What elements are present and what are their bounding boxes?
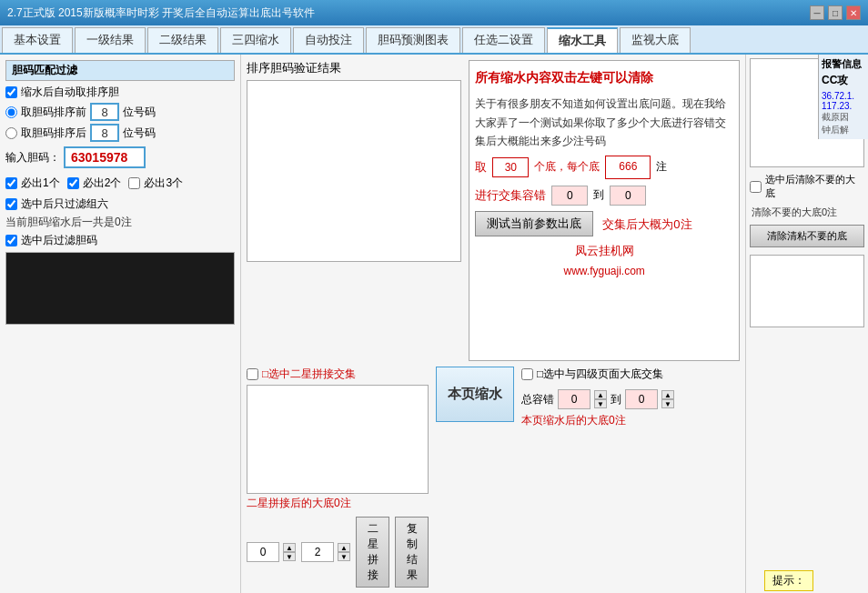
spin-up-2[interactable]: ▲: [338, 543, 350, 552]
total-error-from-up[interactable]: ▲: [594, 390, 607, 399]
result-title: 排序胆码验证结果: [247, 60, 461, 76]
bottom-right-row: 总容错 ▲ ▼ 到 ▲ ▼: [521, 389, 674, 409]
select-two-star-check[interactable]: [247, 368, 258, 380]
select-cross-check[interactable]: [521, 368, 533, 380]
total-error-to-up[interactable]: ▲: [661, 390, 674, 399]
danma-input[interactable]: [64, 146, 146, 168]
section-title: 胆码匹配过滤: [5, 60, 235, 81]
clear-unwanted-check[interactable]: [750, 181, 762, 193]
splice-button[interactable]: 二星拼接: [356, 517, 389, 588]
report-link2[interactable]: 117.23.: [822, 101, 865, 111]
exchange-from-input[interactable]: [551, 186, 588, 206]
total-error-from-arrows: ▲ ▼: [594, 390, 607, 408]
minimize-button[interactable]: ─: [810, 5, 824, 20]
result-area: 排序胆码验证结果: [247, 60, 461, 361]
window-controls[interactable]: ─ □ ✕: [810, 5, 861, 20]
info-box-title: 所有缩水内容双击左键可以清除: [475, 66, 733, 89]
info-box-body: 关于有很多朋友不知道如何设置出底问题。现在我给大家弄了一个测试如果你取了多少个大…: [475, 95, 733, 150]
right-options: □选中与四级页面大底交集 总容错 ▲ ▼ 到 ▲ ▼ 本页缩水: [521, 367, 674, 428]
filter-danma-check[interactable]: [5, 235, 17, 246]
spliced-info: 二星拼接后的大底0注: [247, 496, 429, 511]
must-out-2-label: 必出2个: [83, 176, 122, 191]
total-error-to-text: 到: [611, 392, 621, 407]
tab-shrink-tool[interactable]: 缩水工具: [547, 27, 618, 53]
report-title: 报警信息: [822, 57, 865, 71]
result-box[interactable]: [247, 80, 461, 262]
must-out-1-label: 必出1个: [21, 176, 60, 191]
before-num-input[interactable]: [90, 103, 119, 121]
middle-panel: 排序胆码验证结果 所有缩水内容双击左键可以清除 关于有很多朋友不知道如何设置出底…: [241, 55, 745, 593]
select-two-star-label: □选中二星拼接交集: [262, 367, 356, 382]
tab-level34-shrink[interactable]: 三四缩水: [220, 27, 291, 53]
close-button[interactable]: ✕: [846, 5, 861, 20]
take-input[interactable]: [492, 157, 529, 177]
radio-after-row: 取胆码排序后 位号码: [5, 124, 235, 142]
filter-danma-label: 选中后过滤胆码: [21, 233, 97, 248]
title-text: 2.7正式版 2015新版概率时时彩 开奖后全自动运算出底出号软件: [7, 5, 315, 21]
spin-input-1[interactable]: [247, 542, 279, 562]
info-box: 所有缩水内容双击左键可以清除 关于有很多朋友不知道如何设置出底问题。现在我给大家…: [469, 60, 740, 361]
must-out-2-check[interactable]: [67, 177, 79, 189]
report-desc1: 截原因: [822, 111, 865, 124]
test-button[interactable]: 测试当前参数出底: [475, 211, 593, 236]
right-sidebar-scroll-bottom[interactable]: [750, 255, 864, 327]
exchange-result: 交集后大概为0注: [602, 214, 691, 235]
clear-unwanted-button[interactable]: 清除清粘不要的底: [750, 225, 864, 247]
spin-row-1: ▲ ▼: [247, 542, 296, 562]
tip-bar: 提示：: [764, 570, 813, 591]
must-out-2-row: 必出2个: [67, 176, 122, 191]
tab-level2-result[interactable]: 二级结果: [147, 27, 218, 53]
select-two-star-title-row: □选中二星拼接交集: [247, 367, 429, 382]
maximize-button[interactable]: □: [828, 5, 843, 20]
clear-info: 清除不要的大底0注: [752, 206, 864, 219]
main-content: 胆码匹配过滤 缩水后自动取排序胆 取胆码排序前 位号码 取胆码排序后 位号码 输…: [0, 55, 868, 593]
before-unit-label: 位号码: [123, 105, 156, 120]
bottom-right-info: 本页缩水后的大底0注: [521, 413, 674, 428]
tab-danma-chart[interactable]: 胆码预测图表: [366, 27, 460, 53]
take-label: 取: [475, 156, 487, 177]
radio-after-label: 取胆码排序后: [21, 126, 86, 141]
tab-basic-settings[interactable]: 基本设置: [2, 27, 73, 53]
tip-text: 提示：: [772, 574, 805, 587]
tab-level1-result[interactable]: 一级结果: [75, 27, 146, 53]
select-two-star-section: □选中二星拼接交集 二星拼接后的大底0注 ▲ ▼: [247, 367, 429, 588]
spin-up-1[interactable]: ▲: [283, 543, 296, 552]
report-panel: 报警信息 CC攻 36.72.1. 117.23. 截原因 钟后解: [818, 55, 868, 139]
radio-before-label: 取胆码排序前: [21, 105, 86, 120]
checkbox-shrink-auto[interactable]: [5, 86, 17, 98]
exchange-to-input[interactable]: [610, 186, 646, 206]
spin-row-2: ▲ ▼: [301, 542, 350, 562]
report-link1[interactable]: 36.72.1.: [822, 91, 865, 101]
take-result: 666: [605, 156, 651, 179]
filter-group6-check[interactable]: [5, 198, 17, 210]
radio-after[interactable]: [5, 127, 17, 139]
total-error-to-arrows: ▲ ▼: [661, 390, 674, 408]
left-panel: 胆码匹配过滤 缩水后自动取排序胆 取胆码排序前 位号码 取胆码排序后 位号码 输…: [0, 55, 241, 593]
spin-arrows-2: ▲ ▼: [338, 543, 350, 561]
spin-arrows-1: ▲ ▼: [283, 543, 296, 561]
copy-button[interactable]: 复制结果: [395, 517, 429, 588]
spin-down-1[interactable]: ▼: [283, 552, 296, 561]
nav-tabs: 基本设置 一级结果 二级结果 三四缩水 自动投注 胆码预测图表 任选二设置 缩水…: [0, 25, 868, 55]
tab-auto-invest[interactable]: 自动投注: [293, 27, 364, 53]
total-error-from-down[interactable]: ▼: [594, 399, 607, 408]
after-num-input[interactable]: [90, 124, 119, 142]
checkbox-shrink-label: 缩水后自动取排序胆: [21, 85, 119, 100]
radio-before[interactable]: [5, 106, 17, 118]
must-out-3-check[interactable]: [128, 177, 140, 189]
take-note: 注: [656, 157, 667, 177]
spin-input-2[interactable]: [301, 542, 334, 562]
total-error-from[interactable]: [558, 389, 590, 409]
shrink-button[interactable]: 本页缩水: [436, 367, 514, 422]
total-error-to-down[interactable]: ▼: [661, 399, 674, 408]
tab-monitor-bottom[interactable]: 监视大底: [620, 27, 691, 53]
tab-select2-settings[interactable]: 任选二设置: [462, 27, 545, 53]
select-cross-label: □选中与四级页面大底交集: [537, 367, 663, 382]
total-error-to[interactable]: [625, 389, 658, 409]
select-cross-row: □选中与四级页面大底交集: [521, 367, 674, 382]
checkbox-shrink-row: 缩水后自动取排序胆: [5, 85, 235, 100]
exchange-to-text: 到: [593, 186, 604, 206]
must-out-1-check[interactable]: [5, 177, 17, 189]
spin-down-2[interactable]: ▼: [338, 552, 350, 561]
exchange-label: 进行交集容错: [475, 185, 546, 206]
